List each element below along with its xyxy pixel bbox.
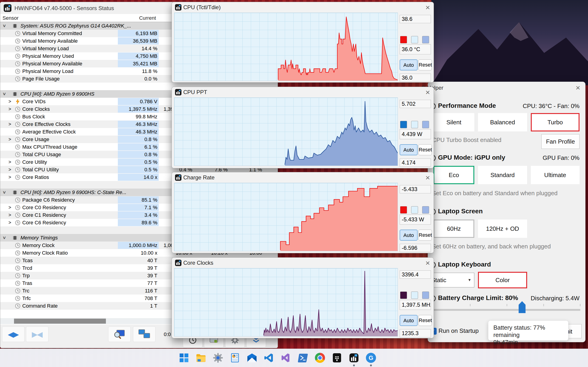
- taskbar-icon-chrome[interactable]: [314, 352, 326, 364]
- expand-columns-button[interactable]: ◀▶: [2, 326, 25, 342]
- graph-plot-area[interactable]: [174, 183, 398, 251]
- chevron-down-icon[interactable]: >: [0, 25, 8, 27]
- graph-current-value[interactable]: 1,397.5 MHz: [400, 300, 431, 310]
- sensor-current-value: 36,539 MB: [118, 37, 159, 44]
- taskbar-icon-monitor-app[interactable]: [229, 352, 241, 364]
- series-color-swatch[interactable]: [400, 292, 407, 299]
- graph-current-value[interactable]: 4.439 W: [400, 129, 431, 139]
- chevron-right-icon[interactable]: >: [9, 204, 11, 211]
- slider-handle[interactable]: [519, 301, 526, 313]
- background-color-swatch[interactable]: [411, 292, 418, 299]
- graph-current-value[interactable]: -5.433 W: [400, 215, 431, 225]
- taskbar-icon-terminal[interactable]: [331, 352, 343, 364]
- collapse-columns-button[interactable]: ▶◀: [26, 326, 48, 342]
- clock-icon: [15, 258, 20, 263]
- background-color-swatch[interactable]: [411, 206, 418, 214]
- hwinfo-logo-icon: [175, 89, 182, 97]
- taskbar-icon-explorer[interactable]: [195, 352, 207, 364]
- column-header-current[interactable]: Current: [118, 15, 156, 21]
- chevron-right-icon[interactable]: >: [9, 105, 11, 113]
- chevron-right-icon[interactable]: >: [9, 173, 11, 181]
- grid-color-swatch[interactable]: [422, 121, 429, 128]
- graph-close-icon[interactable]: ×: [425, 88, 430, 96]
- graph-min-value[interactable]: 1235.3: [400, 329, 431, 337]
- monitor-zoom-button[interactable]: [108, 326, 131, 342]
- graph-plot-area[interactable]: [174, 13, 398, 81]
- sensor-current-value: 11.8 %: [118, 68, 159, 75]
- background-color-swatch[interactable]: [411, 36, 418, 43]
- series-color-swatch[interactable]: [400, 121, 407, 128]
- auto-fit-button[interactable]: Auto Fit: [400, 59, 418, 70]
- gpu-mode-eco-button[interactable]: Eco: [433, 166, 474, 184]
- auto-fit-button[interactable]: Auto Fit: [400, 315, 418, 326]
- taskbar-icon-powershell[interactable]: [297, 352, 309, 364]
- auto-fit-button[interactable]: Auto Fit: [400, 144, 418, 155]
- chevron-down-icon[interactable]: >: [0, 93, 8, 95]
- sensor-current-value: 116 T: [118, 287, 159, 294]
- taskbar-icon-start[interactable]: [178, 352, 190, 364]
- series-color-swatch[interactable]: [400, 206, 407, 214]
- perf-mode-balanced-button[interactable]: Balanced: [478, 113, 527, 131]
- graph-max-value[interactable]: -5.433: [400, 185, 431, 193]
- chevron-right-icon[interactable]: >: [9, 135, 11, 143]
- graph-close-icon[interactable]: ×: [425, 259, 430, 267]
- chevron-right-icon[interactable]: >: [9, 158, 11, 166]
- graph-min-value[interactable]: 4.174: [400, 158, 431, 167]
- column-header-sensor[interactable]: Sensor: [2, 15, 19, 21]
- graph-plot-area[interactable]: [174, 268, 398, 336]
- screen-60hz-button[interactable]: 60Hz: [433, 219, 474, 238]
- clock-icon: [15, 212, 20, 218]
- taskbar-icon-visual-studio[interactable]: [280, 352, 292, 364]
- chevron-right-icon[interactable]: >: [9, 219, 11, 226]
- taskbar-icon-hwinfo[interactable]: [348, 352, 360, 364]
- auto-fit-button[interactable]: Auto Fit: [400, 230, 418, 241]
- perf-mode-silent-button[interactable]: Silent: [433, 113, 474, 131]
- chip-icon: [12, 190, 18, 195]
- graph-max-value[interactable]: 3396.4: [400, 270, 431, 279]
- reset-button[interactable]: Reset: [418, 230, 432, 241]
- chevron-down-icon[interactable]: >: [0, 236, 8, 239]
- gpu-mode-standard-button[interactable]: Standard: [478, 166, 527, 184]
- taskbar-icon-vscode[interactable]: [263, 352, 275, 364]
- clock-icon: [15, 152, 20, 157]
- keyboard-mode-dropdown[interactable]: Static ▼: [428, 273, 474, 287]
- taskbar-icon-ghelper[interactable]: G: [365, 352, 377, 364]
- screen-120hz-button[interactable]: 120Hz + OD: [478, 219, 527, 238]
- series-color-swatch[interactable]: [400, 36, 407, 43]
- chevron-down-icon[interactable]: >: [0, 191, 8, 194]
- reset-button[interactable]: Reset: [418, 315, 432, 326]
- clock-icon: [15, 76, 20, 82]
- taskbar-icon-mail[interactable]: [246, 352, 258, 364]
- chevron-right-icon[interactable]: >: [9, 98, 11, 105]
- graph-current-value[interactable]: 36.0 °C: [400, 44, 431, 54]
- graph-close-icon[interactable]: ×: [425, 174, 430, 181]
- reset-button[interactable]: Reset: [418, 144, 432, 155]
- perf-mode-turbo-button[interactable]: Turbo: [531, 113, 579, 131]
- scrollbar-thumb[interactable]: [14, 319, 106, 324]
- ghelper-close-icon[interactable]: ×: [576, 84, 580, 92]
- taskbar: G G ENG: [0, 349, 588, 367]
- graph-close-icon[interactable]: ×: [425, 3, 430, 11]
- chevron-right-icon[interactable]: >: [9, 166, 11, 173]
- graph-min-value[interactable]: -6.596: [400, 244, 431, 252]
- sensor-label: Core Usage: [22, 135, 49, 143]
- grid-color-swatch[interactable]: [422, 206, 429, 214]
- background-color-swatch[interactable]: [411, 121, 418, 128]
- laptop-keyboard-heading: Laptop Keyboard: [438, 261, 491, 268]
- chevron-right-icon[interactable]: >: [9, 120, 11, 128]
- gpu-mode-ultimate-button[interactable]: Ultimate: [531, 166, 579, 184]
- graph-plot-area[interactable]: [174, 98, 398, 166]
- graph-max-value[interactable]: 38.6: [400, 15, 431, 23]
- grid-color-swatch[interactable]: [422, 36, 429, 43]
- clock-icon: [15, 281, 20, 286]
- remote-monitors-button[interactable]: [133, 326, 156, 342]
- battery-limit-slider[interactable]: [433, 309, 580, 311]
- keyboard-color-button[interactable]: Color: [478, 272, 527, 288]
- reset-button[interactable]: Reset: [418, 59, 432, 70]
- chevron-right-icon[interactable]: >: [9, 211, 11, 219]
- taskbar-icon-settings[interactable]: [212, 352, 224, 364]
- grid-color-swatch[interactable]: [422, 292, 429, 299]
- fan-profile-button[interactable]: Fan Profile: [541, 134, 579, 149]
- graph-min-value[interactable]: 36.0: [400, 74, 431, 82]
- graph-max-value[interactable]: 5.702: [400, 100, 431, 108]
